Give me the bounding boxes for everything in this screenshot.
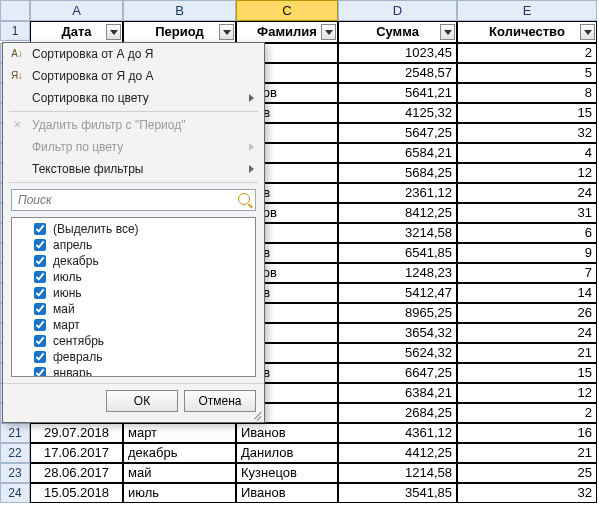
header-qty[interactable]: Количество — [457, 21, 597, 43]
col-header-b[interactable]: B — [123, 0, 236, 21]
filter-value-item[interactable]: сентябрь — [16, 333, 251, 349]
cell[interactable]: 29.07.2018 — [30, 423, 123, 443]
cell[interactable]: 5624,32 — [338, 343, 457, 363]
filter-value-item[interactable]: январь — [16, 365, 251, 377]
cell[interactable]: 6 — [457, 223, 597, 243]
cell[interactable]: 16 — [457, 423, 597, 443]
cell[interactable]: 7 — [457, 263, 597, 283]
resize-grip-icon[interactable] — [253, 411, 263, 421]
cell[interactable]: 5647,25 — [338, 123, 457, 143]
cell[interactable]: 4 — [457, 143, 597, 163]
ok-button[interactable]: ОК — [106, 390, 178, 412]
cell[interactable]: 15 — [457, 363, 597, 383]
cell[interactable]: 6384,21 — [338, 383, 457, 403]
sort-by-color-item[interactable]: Сортировка по цвету — [3, 87, 264, 109]
filter-dropdown-icon[interactable] — [580, 24, 595, 40]
cell[interactable]: Кузнецов — [236, 463, 338, 483]
cell[interactable]: 8965,25 — [338, 303, 457, 323]
row-header[interactable]: 22 — [0, 443, 30, 463]
row-header[interactable]: 1 — [0, 21, 30, 41]
cell[interactable]: 17.06.2017 — [30, 443, 123, 463]
cell[interactable]: 6541,85 — [338, 243, 457, 263]
cell[interactable]: 2684,25 — [338, 403, 457, 423]
col-header-e[interactable]: E — [457, 0, 597, 21]
cell[interactable]: 12 — [457, 163, 597, 183]
cell[interactable]: 2361,12 — [338, 183, 457, 203]
cell[interactable]: 21 — [457, 343, 597, 363]
filter-value-item[interactable]: декабрь — [16, 253, 251, 269]
row-header[interactable]: 23 — [0, 463, 30, 483]
cell[interactable]: 21 — [457, 443, 597, 463]
cell[interactable]: март — [123, 423, 236, 443]
cell[interactable]: 15.05.2018 — [30, 483, 123, 503]
col-header-a[interactable]: A — [30, 0, 123, 21]
header-surname[interactable]: Фамилия — [236, 21, 338, 43]
cell[interactable]: 12 — [457, 383, 597, 403]
cell[interactable]: 1214,58 — [338, 463, 457, 483]
cell[interactable]: Иванов — [236, 483, 338, 503]
filter-value-item[interactable]: март — [16, 317, 251, 333]
cell[interactable]: 32 — [457, 483, 597, 503]
cell[interactable]: Иванов — [236, 423, 338, 443]
filter-value-item[interactable]: февраль — [16, 349, 251, 365]
filter-value-item[interactable]: апрель — [16, 237, 251, 253]
cell[interactable]: 2 — [457, 43, 597, 63]
filter-search-input[interactable] — [11, 189, 256, 211]
cell[interactable]: 24 — [457, 183, 597, 203]
cell[interactable]: 8 — [457, 83, 597, 103]
cell[interactable]: май — [123, 463, 236, 483]
cell[interactable]: 3654,32 — [338, 323, 457, 343]
sort-asc-item[interactable]: А↓ Сортировка от А до Я — [3, 43, 264, 65]
cell[interactable]: 32 — [457, 123, 597, 143]
cell[interactable]: 1023,45 — [338, 43, 457, 63]
select-all-checkbox[interactable]: (Выделить все) — [16, 221, 251, 237]
cell[interactable]: 3214,58 — [338, 223, 457, 243]
cell[interactable]: 4125,32 — [338, 103, 457, 123]
cell[interactable]: 25 — [457, 463, 597, 483]
sort-asc-icon: А↓ — [9, 46, 25, 62]
cell[interactable]: 5684,25 — [338, 163, 457, 183]
filter-dropdown-icon[interactable] — [219, 24, 234, 40]
filter-value-item[interactable]: июнь — [16, 285, 251, 301]
cell[interactable]: 5412,47 — [338, 283, 457, 303]
cell[interactable]: 4412,25 — [338, 443, 457, 463]
cell[interactable]: июль — [123, 483, 236, 503]
filter-dropdown-icon[interactable] — [106, 24, 121, 40]
cell[interactable]: 2 — [457, 403, 597, 423]
col-header-d[interactable]: D — [338, 0, 457, 21]
cell[interactable]: декабрь — [123, 443, 236, 463]
cell[interactable]: 28.06.2017 — [30, 463, 123, 483]
cancel-button[interactable]: Отмена — [184, 390, 256, 412]
select-all-corner[interactable] — [0, 0, 30, 21]
cell[interactable]: 6584,21 — [338, 143, 457, 163]
cell[interactable]: 14 — [457, 283, 597, 303]
filter-dropdown-icon[interactable] — [440, 24, 455, 40]
cell[interactable]: 3541,85 — [338, 483, 457, 503]
filter-value-item[interactable]: июль — [16, 269, 251, 285]
row-header[interactable]: 24 — [0, 483, 30, 503]
col-header-c[interactable]: C — [236, 0, 338, 21]
cell[interactable]: 5641,21 — [338, 83, 457, 103]
sort-desc-item[interactable]: Я↓ Сортировка от Я до А — [3, 65, 264, 87]
cell[interactable]: 1248,23 — [338, 263, 457, 283]
cell[interactable]: 24 — [457, 323, 597, 343]
cell[interactable]: 9 — [457, 243, 597, 263]
cell[interactable]: 4361,12 — [338, 423, 457, 443]
cell[interactable]: Данилов — [236, 443, 338, 463]
row-header[interactable]: 21 — [0, 423, 30, 443]
text-filters-item[interactable]: Текстовые фильтры — [3, 158, 264, 180]
cell[interactable]: 5 — [457, 63, 597, 83]
cell[interactable]: 8412,25 — [338, 203, 457, 223]
cell[interactable]: 15 — [457, 103, 597, 123]
cell[interactable]: 31 — [457, 203, 597, 223]
filter-value-item[interactable]: май — [16, 301, 251, 317]
cell[interactable]: 2548,57 — [338, 63, 457, 83]
header-period[interactable]: Период — [123, 21, 236, 43]
header-date[interactable]: Дата — [30, 21, 123, 43]
header-label: Дата — [61, 24, 91, 39]
filter-dropdown-icon[interactable] — [321, 24, 336, 40]
header-sum[interactable]: Сумма — [338, 21, 457, 43]
cell[interactable]: 26 — [457, 303, 597, 323]
filter-values-list[interactable]: (Выделить все) апрель декабрь июль июнь … — [11, 217, 256, 377]
cell[interactable]: 6647,25 — [338, 363, 457, 383]
